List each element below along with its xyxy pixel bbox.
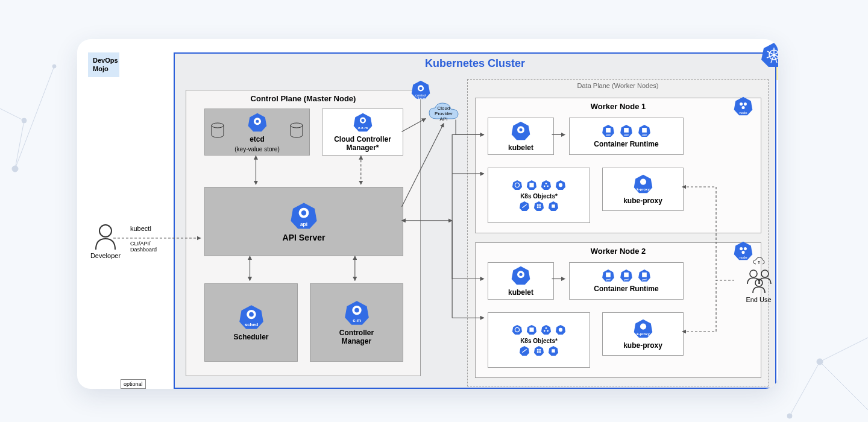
svg-marker-68 [541,180,551,189]
sched-icon: sched [238,304,265,330]
svg-point-7 [817,359,823,365]
cylinder-icon [290,122,303,141]
cm-label: Controller Manager [339,329,374,345]
developer-actor: Developer [84,223,127,259]
svg-point-45 [354,308,359,313]
svg-rect-97 [624,272,629,277]
svg-marker-75 [534,201,544,210]
kubelet-component: kubelet [488,262,554,300]
k8s-objects-label: K8s Objects* [520,193,558,200]
sticky-text: DevOps Mojo [93,56,115,74]
svc-icon [541,180,552,191]
svg-point-50 [741,106,744,109]
kproxy-icon: k-proxy [633,174,653,194]
developer-label: Developer [84,252,127,259]
kubernetes-cluster-box: Kubernetes Cluster Control Plane (Master… [174,52,776,389]
pod-icon: pod [602,269,615,282]
svg-marker-64 [512,180,522,189]
sticky-devops-mojo: DevOps Mojo [88,52,119,77]
rs-icon [526,324,537,335]
runtime-label: Container Runtime [594,285,658,293]
svg-line-8 [790,362,820,416]
kube-proxy-component: k-proxy kube-proxy [602,312,684,356]
cloud-controller-manager-component: c-c-m Cloud Controller Manager* [322,109,403,156]
svg-line-10 [820,362,868,410]
legend-optional: optional [121,379,146,389]
api-icon: api [289,201,318,230]
svg-point-11 [99,225,112,237]
runtime-label: Container Runtime [594,140,658,148]
svg-marker-106 [541,324,551,334]
users-icon [745,268,773,294]
svg-text:c-c-m: c-c-m [358,126,368,130]
pod-icon: pod [638,269,651,282]
svg-text:plane: plane [417,96,426,100]
svg-text:pod: pod [606,134,611,136]
svg-point-86 [740,247,743,250]
svg-rect-56 [606,128,611,133]
svg-point-49 [744,102,747,106]
configmap-icon [555,180,566,191]
svg-line-4 [15,66,54,169]
control-plane-badge-icon: control plane [410,80,431,100]
svg-point-41 [249,312,254,317]
svg-marker-113 [534,345,544,355]
worker-node-2-box: Worker Node 2 node kubelet pod pod pod [475,242,761,378]
svg-point-30 [256,119,259,122]
kubelet-component: kubelet [488,118,554,155]
etcd-sub: (key-value store) [234,146,279,153]
k8s-objects-component: K8s Objects* [488,312,590,368]
k8s-objects-component: K8s Objects* [488,168,590,223]
etcd-icon [247,112,268,133]
ccm-icon: c-c-m [353,112,373,133]
svg-rect-59 [624,128,629,133]
svg-rect-116 [537,351,539,353]
svg-point-54 [519,128,522,131]
scheduler-component: sched Scheduler [204,283,298,362]
controller-manager-component: c-m Controller Manager [310,283,403,362]
svg-point-83 [640,179,646,185]
kproxy-label: kube-proxy [623,341,662,350]
cli-label: CLI/API/ Dashboard [130,241,168,253]
svg-point-33 [361,119,364,122]
control-plane-box: Control Plane (Master Node) control plan… [186,90,421,376]
svg-rect-81 [552,204,555,207]
kubelet-label: kubelet [508,288,533,297]
svg-point-109 [547,330,549,332]
svc-icon [541,324,552,335]
svg-point-37 [301,210,306,215]
svg-text:sched: sched [244,322,258,327]
worker-node-2-title: Worker Node 2 [476,243,761,259]
etcd-component: etcd (key-value store) [204,109,310,156]
end-user-actor: End Use [739,256,778,303]
svg-text:c-m: c-m [353,318,361,323]
deploy-icon [512,180,523,191]
kubelet-icon [511,121,531,141]
person-icon [93,223,118,250]
container-runtime-component: pod pod pod Container Runtime [569,262,684,300]
svg-text:k-proxy: k-proxy [637,187,650,191]
svg-point-71 [547,185,549,187]
svg-point-48 [740,102,743,106]
svg-point-70 [544,185,546,187]
diagram-card: DevOps Mojo Ashish Pat Developer kubectl… [77,39,778,389]
cylinder-icon [211,122,224,141]
svg-rect-114 [537,348,539,350]
svg-point-69 [546,182,547,184]
svg-point-134 [750,270,757,277]
cluster-title: Kubernetes Cluster [425,57,525,70]
svg-rect-62 [642,128,647,133]
svg-point-135 [761,270,769,277]
svg-text:pod: pod [624,279,629,281]
pod-icon: pod [638,124,651,137]
svg-point-3 [12,166,18,172]
svg-marker-12 [761,43,778,67]
cloud-provider-api: Cloud Provider API [428,102,465,125]
job-icon [548,345,559,356]
cloud-text: Cloud Provider API [428,106,459,122]
pod-icon: pod [602,124,615,137]
svg-point-9 [787,414,792,418]
kubernetes-logo-icon [761,42,778,68]
svg-marker-102 [512,324,522,334]
kubelet-label: kubelet [508,143,533,152]
